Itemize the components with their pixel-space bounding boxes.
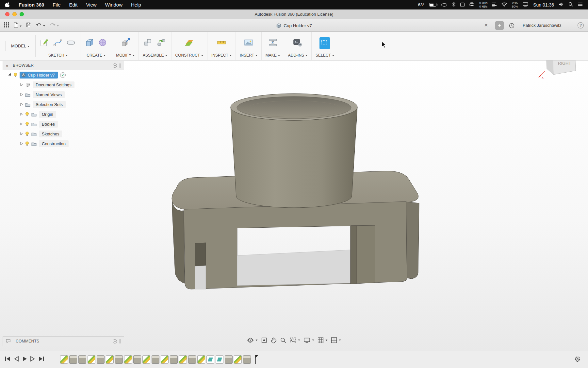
create-sketch-button[interactable] [40, 37, 50, 49]
spotlight-search-icon[interactable] [568, 2, 573, 8]
comments-resize-handle[interactable] [120, 339, 121, 343]
data-panel-grid-icon[interactable] [4, 22, 9, 29]
window-minimize-button[interactable] [12, 12, 17, 16]
document-tab[interactable]: Cup Holder v7 [276, 19, 312, 32]
timeline-feature-sketch[interactable] [88, 355, 95, 364]
window-zoom-button[interactable] [20, 12, 24, 16]
timeline-feature-extrude[interactable] [225, 355, 233, 364]
disclosure-closed-icon[interactable] [20, 83, 23, 86]
browser-minimize-icon[interactable] [113, 63, 117, 68]
menubar-app-name[interactable]: Fusion 360 [19, 2, 44, 8]
timeline-feature-extrude[interactable] [133, 355, 141, 364]
joint-button[interactable] [156, 37, 167, 49]
press-pull-button[interactable] [120, 37, 131, 49]
save-button[interactable] [26, 22, 31, 29]
timeline-feature-extrude[interactable] [97, 355, 105, 364]
timeline-feature-sketch[interactable] [161, 355, 169, 364]
timeline-feature-plane[interactable] [216, 355, 223, 364]
look-at-button[interactable] [261, 337, 267, 343]
ribbon-group-label[interactable]: CONSTRUCT [175, 52, 203, 60]
visibility-bulb-icon[interactable] [25, 112, 29, 116]
visibility-bulb-icon[interactable] [25, 122, 29, 126]
timeline-play-button[interactable] [22, 356, 27, 363]
comments-panel[interactable]: COMMENTS [3, 336, 124, 346]
menu-window[interactable]: Window [105, 2, 122, 8]
redo-button[interactable] [50, 23, 59, 29]
disclosure-closed-icon[interactable] [20, 93, 23, 96]
menu-file[interactable]: File [53, 2, 60, 8]
timeline-feature-plane[interactable] [206, 355, 214, 364]
apple-menu-icon[interactable] [5, 2, 10, 8]
timeline-position-marker[interactable] [253, 355, 258, 364]
new-tab-button[interactable]: + [495, 21, 504, 30]
disclosure-closed-icon[interactable] [20, 122, 23, 126]
timeline-feature-sketch[interactable] [179, 355, 187, 364]
battery-icon[interactable] [429, 3, 436, 7]
menubar-clock[interactable]: Sun 01:36 [533, 2, 554, 8]
browser-row-origin[interactable]: Origin [3, 109, 124, 119]
temperature-status[interactable]: 63° [418, 2, 424, 7]
network-speed-status[interactable]: 0 kB/s 0 kB/s [479, 1, 487, 8]
notification-center-icon[interactable] [578, 2, 583, 7]
timeline-step-back-button[interactable] [13, 356, 19, 363]
workspace-selector[interactable]: MODEL [11, 44, 29, 48]
display-settings-button[interactable] [304, 338, 314, 343]
browser-row-selection-sets[interactable]: Selection Sets [3, 99, 124, 109]
timeline-feature-extrude[interactable] [115, 355, 123, 364]
activity-bars-icon[interactable] [492, 3, 497, 7]
browser-row-root[interactable]: Cup Holder v7 ✓ [3, 70, 124, 80]
ribbon-group-label[interactable]: INSERT [240, 52, 257, 60]
ribbon-group-label[interactable]: MODIFY [116, 52, 135, 60]
menu-help[interactable]: Help [131, 2, 141, 8]
visibility-bulb-icon[interactable] [25, 141, 29, 146]
ribbon-group-label[interactable]: SELECT [316, 52, 334, 60]
new-file-button[interactable] [14, 22, 22, 29]
display-mirroring-icon[interactable] [523, 2, 528, 8]
browser-row-construction[interactable]: Construction [3, 139, 124, 149]
ribbon-grip[interactable] [4, 41, 6, 51]
tab-close-icon[interactable]: ✕ [484, 23, 488, 28]
browser-row-sketches[interactable]: Sketches [3, 129, 124, 139]
menu-view[interactable]: View [86, 2, 96, 8]
timeline-feature-sketch[interactable] [234, 355, 242, 364]
browser-resize-handle[interactable] [120, 63, 121, 68]
ribbon-group-label[interactable]: SKETCH [40, 52, 76, 60]
timeline-go-to-end-button[interactable] [38, 356, 45, 363]
menu-edit[interactable]: Edit [69, 2, 78, 8]
printer-icon[interactable] [469, 2, 474, 8]
disclosure-closed-icon[interactable] [20, 142, 23, 145]
timeline-settings-gear-icon[interactable] [574, 356, 581, 364]
bluetooth-icon[interactable] [452, 2, 455, 8]
scripts-addins-button[interactable] [292, 37, 303, 49]
ribbon-group-label[interactable]: ASSEMBLE [143, 52, 167, 60]
timeline-feature-sketch[interactable] [197, 355, 205, 364]
root-component-chip[interactable]: Cup Holder v7 [20, 72, 58, 79]
browser-row-document-settings[interactable]: Document Settings [3, 80, 124, 90]
timeline-feature-sketch[interactable] [60, 355, 68, 364]
user-account-name[interactable]: Patrick Jaruschowitz [523, 23, 561, 28]
timeline-step-forward-button[interactable] [30, 356, 36, 363]
new-component-button[interactable] [143, 37, 154, 49]
timeline-feature-sketch[interactable] [142, 355, 150, 364]
slot-button[interactable] [66, 37, 76, 49]
recent-activity-icon[interactable] [509, 23, 514, 30]
timeline-feature-extrude[interactable] [188, 355, 196, 364]
timeline-feature-sketch[interactable] [124, 355, 132, 364]
timeline-feature-extrude[interactable] [69, 355, 77, 364]
make-3d-print-button[interactable] [268, 37, 278, 49]
pan-button[interactable] [271, 337, 277, 343]
add-comment-icon[interactable] [113, 339, 117, 343]
timeline-feature-extrude[interactable] [78, 355, 86, 364]
viewports-button[interactable] [331, 337, 341, 343]
timeline-feature-extrude[interactable] [152, 355, 159, 364]
zoom-button[interactable] [280, 337, 286, 343]
wifi-icon[interactable] [501, 2, 507, 8]
timeline-feature-extrude[interactable] [243, 355, 251, 364]
create-box-button[interactable] [84, 37, 95, 49]
visibility-bulb-icon[interactable] [13, 73, 17, 77]
ribbon-group-label[interactable]: MAKE [266, 52, 280, 60]
disclosure-closed-icon[interactable] [20, 113, 23, 116]
help-button[interactable]: ? [578, 22, 584, 28]
disclosure-closed-icon[interactable] [20, 103, 23, 106]
disclosure-closed-icon[interactable] [20, 132, 23, 135]
